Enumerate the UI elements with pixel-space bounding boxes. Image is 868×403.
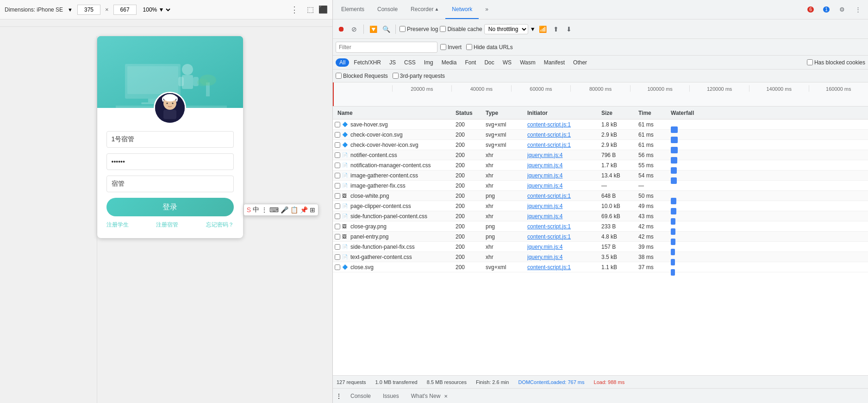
bottom-tab-console[interactable]: Console xyxy=(345,391,376,401)
type-btn-other[interactable]: Other xyxy=(569,58,591,67)
table-row[interactable]: 🔷 check-cover-hover-icon.svg 200 svg+xml… xyxy=(333,140,868,150)
type-btn-css[interactable]: CSS xyxy=(400,58,419,67)
ime-keyboard[interactable]: ⌨ xyxy=(269,206,279,214)
cell-initiator[interactable]: content-script.js:1 xyxy=(527,142,601,148)
col-header-status[interactable]: Status xyxy=(456,110,486,116)
wifi-icon[interactable]: 📶 xyxy=(537,24,549,35)
table-row[interactable]: 📄 image-gatherer-content.css 200 xhr jqu… xyxy=(333,170,868,181)
table-row[interactable]: 🔷 check-cover-icon.svg 200 svg+xml conte… xyxy=(333,130,868,140)
third-party-checkbox[interactable] xyxy=(393,73,399,79)
bottom-tab-whats-new[interactable]: What's New ✕ xyxy=(406,391,453,401)
height-input[interactable] xyxy=(113,5,137,15)
cell-initiator[interactable]: jquery.min.js:4 xyxy=(527,172,601,179)
cell-initiator[interactable]: content-script.js:1 xyxy=(527,121,601,128)
throttle-arrow[interactable]: ▼ xyxy=(530,26,536,32)
tab-console[interactable]: Console xyxy=(371,0,404,19)
register-admin-link[interactable]: 注册宿管 xyxy=(156,221,178,229)
type-btn-js[interactable]: JS xyxy=(386,58,400,67)
row-checkbox[interactable] xyxy=(335,254,340,260)
tab-more[interactable]: » xyxy=(479,0,495,19)
cell-initiator[interactable]: jquery.min.js:4 xyxy=(527,183,601,189)
more-tools-icon[interactable]: ⋮ xyxy=(851,3,864,16)
more-options-icon[interactable]: ⋮ xyxy=(290,5,299,15)
col-header-time[interactable]: Time xyxy=(638,110,671,116)
cell-initiator[interactable]: content-script.js:1 xyxy=(527,193,601,199)
bottom-bar-menu[interactable]: ⋮ xyxy=(336,392,342,400)
preserve-log-label[interactable]: Preserve log xyxy=(400,26,438,32)
row-checkbox[interactable] xyxy=(335,183,340,189)
table-row[interactable]: 🖼 close-gray.png 200 png content-script.… xyxy=(333,221,868,232)
invert-checkbox[interactable] xyxy=(440,44,446,50)
type-btn-doc[interactable]: Doc xyxy=(481,58,498,67)
tab-elements[interactable]: Elements xyxy=(335,0,371,19)
row-checkbox[interactable] xyxy=(335,173,340,178)
error-badge-button[interactable]: 6 xyxy=(804,3,817,16)
table-row[interactable]: 📄 page-clipper-content.css 200 xhr jquer… xyxy=(333,201,868,211)
ime-voice[interactable]: 🎤 xyxy=(281,206,288,214)
col-header-type[interactable]: Type xyxy=(486,110,527,116)
close-whats-new-icon[interactable]: ✕ xyxy=(444,394,448,399)
search-button[interactable]: 🔍 xyxy=(381,24,392,35)
type-btn-ws[interactable]: WS xyxy=(499,58,515,67)
hide-data-urls-label[interactable]: Hide data URLs xyxy=(466,44,513,50)
cell-initiator[interactable]: jquery.min.js:4 xyxy=(527,152,601,158)
has-blocked-checkbox[interactable] xyxy=(807,59,813,65)
bottom-tab-issues[interactable]: Issues xyxy=(377,391,405,401)
row-checkbox[interactable] xyxy=(335,163,340,168)
record-button[interactable]: ⏺ xyxy=(336,24,347,35)
table-row[interactable]: 🖼 panel-entry.png 200 png content-script… xyxy=(333,232,868,242)
export-icon[interactable]: ⬇ xyxy=(563,24,575,35)
row-checkbox[interactable] xyxy=(335,152,340,158)
table-row[interactable]: 🖼 close-white.png 200 png content-script… xyxy=(333,191,868,201)
stop-button[interactable]: ⊘ xyxy=(349,24,360,35)
cell-initiator[interactable]: jquery.min.js:4 xyxy=(527,254,601,260)
cursor-icon[interactable]: ⬚ xyxy=(307,5,314,14)
cell-initiator[interactable]: jquery.min.js:4 xyxy=(527,244,601,250)
table-row[interactable]: 📄 text-gatherer-content.css 200 xhr jque… xyxy=(333,252,868,262)
table-row[interactable]: 📄 notification-manager-content.css 200 x… xyxy=(333,160,868,170)
disable-cache-checkbox[interactable] xyxy=(440,26,446,32)
cell-initiator[interactable]: content-script.js:1 xyxy=(527,264,601,271)
cell-initiator[interactable]: jquery.min.js:4 xyxy=(527,203,601,209)
role-input[interactable] xyxy=(106,176,234,192)
filter-input[interactable] xyxy=(336,42,437,53)
password-input[interactable] xyxy=(106,153,234,170)
ime-chinese[interactable]: 中 xyxy=(253,206,259,214)
register-student-link[interactable]: 注册学生 xyxy=(106,221,129,229)
invert-label[interactable]: Invert xyxy=(440,44,462,50)
row-checkbox[interactable] xyxy=(335,203,340,209)
filter-icon-button[interactable]: 🔽 xyxy=(368,24,379,35)
device-icon[interactable]: ⬛ xyxy=(318,5,328,14)
disable-cache-label[interactable]: Disable cache xyxy=(440,26,482,32)
third-party-label[interactable]: 3rd-party requests xyxy=(393,73,445,79)
import-icon[interactable]: ⬆ xyxy=(550,24,562,35)
type-btn-all[interactable]: All xyxy=(336,58,349,67)
row-checkbox[interactable] xyxy=(335,214,340,219)
table-row[interactable]: 📄 side-function-panel-content.css 200 xh… xyxy=(333,211,868,221)
login-button[interactable]: 登录 xyxy=(106,198,234,216)
forgot-password-link[interactable]: 忘记密码？ xyxy=(206,221,234,229)
cell-initiator[interactable]: jquery.min.js:4 xyxy=(527,162,601,169)
cell-initiator[interactable]: content-script.js:1 xyxy=(527,132,601,138)
col-header-waterfall[interactable]: Waterfall xyxy=(671,110,868,116)
preserve-log-checkbox[interactable] xyxy=(400,26,406,32)
row-checkbox[interactable] xyxy=(335,132,340,138)
type-btn-media[interactable]: Media xyxy=(438,58,461,67)
ime-clipboard[interactable]: 📋 xyxy=(290,206,298,214)
message-badge-button[interactable]: 1 xyxy=(820,3,833,16)
row-checkbox[interactable] xyxy=(335,122,340,127)
zoom-select[interactable]: 100% ▼ xyxy=(141,6,172,13)
type-btn-font[interactable]: Font xyxy=(461,58,480,67)
table-row[interactable]: 🔷 close.svg 200 svg+xml content-script.j… xyxy=(333,262,868,272)
tab-network[interactable]: Network xyxy=(445,0,479,19)
col-header-size[interactable]: Size xyxy=(601,110,638,116)
type-btn-fetch-xhr[interactable]: Fetch/XHR xyxy=(350,58,385,67)
table-row[interactable]: 📄 image-gatherer-fix.css 200 xhr jquery.… xyxy=(333,181,868,191)
row-checkbox[interactable] xyxy=(335,234,340,239)
row-checkbox[interactable] xyxy=(335,244,340,250)
row-checkbox[interactable] xyxy=(335,224,340,229)
type-btn-img[interactable]: Img xyxy=(420,58,437,67)
table-row[interactable]: 📄 notifier-content.css 200 xhr jquery.mi… xyxy=(333,150,868,160)
cell-initiator[interactable]: content-script.js:1 xyxy=(527,223,601,230)
ime-dots[interactable]: ⋮ xyxy=(261,206,268,214)
